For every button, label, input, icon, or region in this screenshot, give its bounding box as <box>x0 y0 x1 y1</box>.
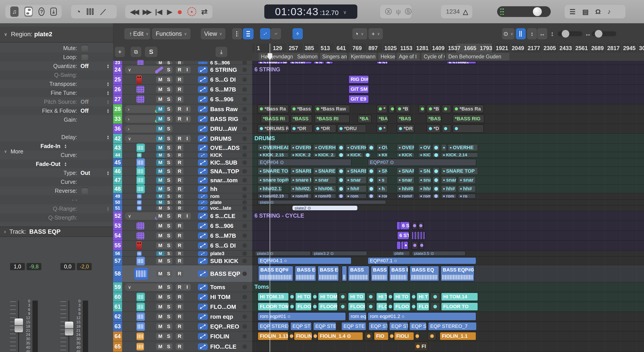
solo-button[interactable]: S <box>165 323 172 330</box>
midi-region[interactable]: 6 STRING - RI <box>258 61 288 64</box>
audio-region[interactable]: FLOOR <box>318 302 338 311</box>
audio-region[interactable]: snare t <box>290 176 312 184</box>
track-row-47[interactable]: 47MSRsnar...tom <box>113 176 252 185</box>
audio-region[interactable]: OVERH <box>313 144 336 151</box>
track-inspector-header[interactable]: › Track: BASS EQP <box>0 226 113 237</box>
audio-region[interactable]: KICK_2 <box>290 152 312 158</box>
mute-button[interactable]: M <box>156 343 164 350</box>
level-value[interactable]: -2,0 <box>77 263 92 270</box>
track-row-28[interactable]: 28›MSRIBass Raw <box>113 104 252 114</box>
chevron-down-icon[interactable]: ∨ <box>128 136 131 141</box>
audio-region-dot[interactable] <box>338 144 344 151</box>
inspector-toggle-icon[interactable] <box>24 6 33 17</box>
midi-region[interactable]: GIT SM <box>348 85 369 94</box>
take-folder-region[interactable]: *Bass Ra <box>258 105 289 113</box>
audio-region[interactable]: rom eqp#01.2 ○ <box>368 312 476 321</box>
audio-region[interactable]: hh#06. <box>313 185 336 192</box>
track-row-51[interactable]: 51MSRvoc...late <box>113 205 252 211</box>
mute-button[interactable]: M <box>156 323 164 330</box>
automation-icon[interactable] <box>198 106 208 112</box>
stepper-icon[interactable]: ▴▾ <box>105 90 111 95</box>
track-row-48[interactable]: 48MSRhh <box>113 185 252 193</box>
playhead[interactable] <box>270 44 270 352</box>
audio-region[interactable]: rom#02.19 <box>258 194 289 198</box>
audio-region-dot[interactable] <box>313 332 318 340</box>
midi-region[interactable]: 6 S <box>314 61 324 64</box>
audio-region[interactable]: KICK <box>376 152 388 158</box>
audio-region[interactable]: plate <box>392 251 410 256</box>
solo-button[interactable]: S <box>165 135 172 142</box>
take-folder-region[interactable]: *DR <box>314 124 336 133</box>
list-editors-icon[interactable]: ☰ <box>570 8 576 16</box>
audio-region[interactable]: SNA <box>418 167 431 175</box>
audio-region[interactable]: hh#0 <box>397 185 414 192</box>
automation-icon[interactable] <box>198 96 208 103</box>
arrange-lane-27[interactable]: GIT E9 <box>252 94 644 104</box>
audio-region-dot[interactable] <box>432 167 440 175</box>
arrange-lane-50[interactable]: plate ⊙ <box>252 200 644 205</box>
take-folder-region[interactable]: *Bass Raw <box>314 105 350 113</box>
track-row-61[interactable]: 61MSRFLO...OM <box>113 302 252 312</box>
audio-region[interactable]: SNAR <box>397 167 414 175</box>
audio-region[interactable]: OVE <box>418 144 431 151</box>
audio-region[interactable]: EQP ST <box>389 322 408 330</box>
solo-button[interactable]: S <box>165 313 172 320</box>
arrange-lane-52[interactable]: 6 STRING - CYCLE <box>252 211 644 221</box>
capture-record-icon[interactable]: ● <box>188 7 196 16</box>
horizontal-zoom-knob[interactable] <box>595 30 602 38</box>
chevron-right-icon[interactable]: › <box>128 116 130 122</box>
chevron-right-icon[interactable]: › <box>128 126 130 132</box>
record-button[interactable]: R <box>176 177 183 184</box>
take-folder-region[interactable]: *BA <box>357 114 372 123</box>
stepper-icon[interactable]: ▴▾ <box>105 108 111 113</box>
solo-button[interactable]: S <box>165 144 172 151</box>
audio-region-dot[interactable] <box>432 185 440 192</box>
audio-region[interactable]: SNARE <box>345 167 367 175</box>
arrange-lane-62[interactable]: rom eqp#01 ○rom eqp#rom eqp#01.2 ○ <box>252 312 644 322</box>
bar-ruler[interactable]: 1129257385513641769897102511531281140915… <box>252 44 644 53</box>
midi-region[interactable]: GIT E9 <box>348 95 369 103</box>
track-row-53[interactable]: 53MSR6 S...906 <box>113 221 252 231</box>
take-folder-region[interactable] <box>442 105 451 113</box>
audio-region-waveform[interactable]: BASS EQ <box>318 266 339 281</box>
audio-region-dot[interactable] <box>415 332 420 340</box>
take-folder-region[interactable]: *Bass Ra <box>452 105 484 113</box>
audio-region-waveform[interactable] <box>342 266 347 281</box>
arrangement-marker[interactable]: Kjentmann <box>348 53 376 60</box>
midi-region[interactable]: 6 STRI <box>289 61 312 64</box>
tuner-icon[interactable]: ◔ <box>76 8 81 16</box>
audio-region[interactable]: FLO <box>416 302 429 311</box>
horizontal-zoom-slider[interactable] <box>592 31 616 36</box>
audio-region[interactable]: HI TO <box>348 292 366 301</box>
audio-region[interactable]: snar <box>397 176 414 184</box>
automation-icon[interactable] <box>198 242 208 249</box>
audio-region-dot[interactable] <box>432 194 440 198</box>
automation-icon[interactable] <box>198 213 208 220</box>
record-button[interactable]: R <box>176 194 183 199</box>
audio-region[interactable]: OVE <box>376 144 388 151</box>
take-folder-region[interactable]: * <box>376 105 387 113</box>
track-row-52[interactable]: 52∨MSRI6 S...CLE <box>113 211 252 221</box>
record-button[interactable]: R <box>176 213 183 220</box>
track-row-62[interactable]: 62MSRrom eqp <box>113 312 252 322</box>
audio-region-dot[interactable] <box>312 302 317 311</box>
arrange-lane-25[interactable]: RIG DI# <box>252 75 644 84</box>
fade-control[interactable]: Fade-Out▴▾ <box>36 161 68 167</box>
audio-region[interactable]: KICK <box>418 152 431 158</box>
arrange-lane-64[interactable]: FIOLIN_1.13FIOLIN_FIOLIN_1.4 ⊙FIOFIOLIFI… <box>252 332 644 341</box>
menu-edit[interactable]: Edit∨ <box>132 28 150 39</box>
fade-control[interactable]: Fade-In▴▾ <box>40 143 68 150</box>
audio-region-dot[interactable] <box>430 292 440 301</box>
track-name[interactable]: DRUMS <box>210 135 232 142</box>
solo-button[interactable]: S <box>165 232 172 239</box>
solo-button[interactable]: S <box>165 333 172 340</box>
mute-button[interactable]: M <box>156 258 164 264</box>
solo-button[interactable]: S <box>165 106 172 112</box>
solo-button[interactable]: S <box>165 86 172 93</box>
arrange-lane-54[interactable]: 6 ST <box>252 231 644 241</box>
audio-region-dot[interactable]: Fl <box>414 342 428 351</box>
audio-region-waveform[interactable]: BASS E <box>389 266 408 281</box>
track-row-46[interactable]: 46MSRSNA...TOP <box>113 167 252 176</box>
audio-region[interactable]: SNARE <box>290 167 312 175</box>
chevron-down-icon[interactable]: ∨ <box>128 67 131 72</box>
